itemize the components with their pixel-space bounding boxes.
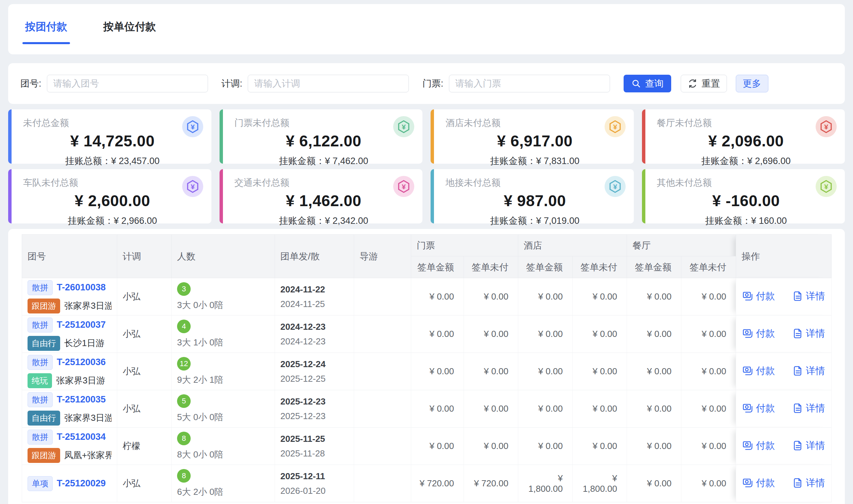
- ticket-signed-amount: ¥ 0.00: [411, 278, 464, 316]
- pay-button[interactable]: 付款: [742, 327, 775, 340]
- tab-pay-by-unit[interactable]: 按单位付款: [99, 20, 161, 44]
- document-icon: [793, 478, 803, 488]
- stat-card-subline: 挂账金额：¥ 7,831.00: [446, 155, 624, 167]
- stat-card: 未付总金额 ¥ ¥ 14,725.00 挂账总额：¥ 23,457.00: [8, 109, 211, 164]
- pay-button[interactable]: 付款: [742, 439, 775, 452]
- ticket-unpaid-amount: ¥ 720.00: [464, 465, 518, 502]
- col-hotel-signed: 签单金额: [518, 256, 573, 278]
- trip-category-tag: 自由行: [28, 411, 60, 426]
- ticket-signed-amount: ¥ 0.00: [411, 353, 464, 390]
- planner-input[interactable]: [248, 75, 409, 92]
- trip-category-tag: 跟团游: [28, 299, 60, 313]
- ticket-input[interactable]: [449, 75, 610, 92]
- team-no-link[interactable]: T-26010038: [57, 282, 106, 293]
- restaurant-signed-amount: ¥ 0.00: [627, 390, 681, 428]
- team-no-link[interactable]: T-25120035: [57, 394, 106, 405]
- filter-group-ticket: 门票:: [422, 75, 610, 92]
- trip-category-tag: 跟团游: [28, 448, 60, 463]
- detail-button[interactable]: 详情: [793, 327, 825, 340]
- col-restaurant-signed: 签单金额: [627, 256, 681, 278]
- pay-button[interactable]: 付款: [742, 476, 775, 489]
- restaurant-unpaid-amount: ¥ 0.00: [681, 353, 736, 390]
- team-no-link[interactable]: T-25120034: [57, 432, 106, 442]
- col-team-no: 团号: [22, 235, 117, 278]
- people-count-badge: 12: [177, 357, 191, 371]
- table-row: 散拼 T-26010038 跟团游 张家界3日游 小弘 3 3大 0小 0陪 2…: [22, 278, 832, 316]
- table-row: 散拼 T-25120034 跟团游 凤凰+张家界- 柠檬 8 8大 0小 0陪 …: [22, 428, 832, 465]
- ticket-signed-amount: ¥ 0.00: [411, 316, 464, 353]
- restaurant-unpaid-amount: ¥ 0.00: [681, 278, 736, 316]
- stat-card-amount: ¥ 6,122.00: [234, 132, 413, 150]
- ticket-label: 门票:: [422, 77, 443, 90]
- restaurant-signed-amount: ¥ 0.00: [627, 316, 681, 353]
- search-button[interactable]: 查询: [624, 75, 671, 92]
- stat-card-title: 餐厅未付总额: [657, 117, 836, 129]
- more-button[interactable]: 更多: [736, 75, 768, 92]
- tour-name: 张家界3日游: [64, 412, 111, 424]
- ticket-signed-amount: ¥ 720.00: [411, 465, 464, 502]
- yuan-coin-icon: ¥: [816, 116, 837, 137]
- filter-group-planner: 计调:: [222, 75, 409, 92]
- date-start: 2025-11-25: [280, 434, 348, 444]
- yuan-coin-icon: ¥: [393, 116, 414, 137]
- reset-button[interactable]: 重置: [681, 75, 727, 92]
- hotel-unpaid-amount: ¥ 0.00: [573, 278, 627, 316]
- stat-card-amount: ¥ 14,725.00: [23, 132, 202, 150]
- date-end: 2025-12-25: [280, 374, 348, 384]
- document-icon: [793, 291, 803, 302]
- detail-button[interactable]: 详情: [793, 476, 825, 489]
- hotel-signed-amount: ¥ 1,800.00: [518, 465, 573, 502]
- trip-type-tag: 单项: [28, 476, 53, 491]
- tab-pay-by-group[interactable]: 按团付款: [20, 20, 72, 44]
- date-end: 2024-12-23: [280, 336, 348, 347]
- hotel-unpaid-amount: ¥ 0.00: [573, 390, 627, 428]
- date-end: 2026-01-20: [280, 486, 348, 496]
- document-icon: [793, 328, 803, 339]
- pay-button[interactable]: 付款: [742, 290, 775, 303]
- group-col-restaurant: 餐厅: [627, 235, 736, 256]
- search-icon: [631, 78, 641, 89]
- restaurant-signed-amount: ¥ 0.00: [627, 428, 681, 465]
- team-no-link[interactable]: T-25120029: [57, 478, 106, 489]
- pay-button[interactable]: 付款: [742, 402, 775, 415]
- detail-button[interactable]: 详情: [793, 364, 825, 377]
- ticket-signed-amount: ¥ 0.00: [411, 390, 464, 428]
- hotel-signed-amount: ¥ 0.00: [518, 428, 573, 465]
- table-row: 散拼 T-25120035 自由行 张家界3日游 小弘 5 5大 0小 0陪 2…: [22, 390, 832, 428]
- stat-card-title: 酒店未付总额: [446, 117, 624, 129]
- planner-name: 小弘: [117, 390, 172, 428]
- team-no-link[interactable]: T-25120037: [57, 320, 106, 330]
- svg-text:¥: ¥: [402, 183, 406, 191]
- yuan-coin-icon: ¥: [816, 176, 837, 197]
- detail-button[interactable]: 详情: [793, 290, 825, 303]
- payment-icon: [742, 478, 753, 488]
- date-start: 2025-12-24: [280, 359, 348, 370]
- restaurant-unpaid-amount: ¥ 0.00: [681, 465, 736, 502]
- stat-card-amount: ¥ 2,600.00: [23, 192, 202, 210]
- stat-card-title: 其他未付总额: [657, 177, 836, 189]
- stat-card-subline: 挂账金额：¥ 160.00: [657, 215, 836, 227]
- guide-cell: [354, 428, 411, 465]
- detail-button[interactable]: 详情: [793, 439, 825, 452]
- detail-button[interactable]: 详情: [793, 402, 825, 415]
- people-count-badge: 3: [177, 282, 191, 296]
- trip-type-tag: 散拼: [28, 355, 53, 370]
- pay-button[interactable]: 付款: [742, 364, 775, 377]
- hotel-unpaid-amount: ¥ 1,800.00: [573, 465, 627, 502]
- date-start: 2025-12-11: [280, 471, 348, 482]
- payment-icon: [742, 328, 753, 339]
- team-no-link[interactable]: T-25120036: [57, 357, 106, 367]
- col-guide: 导游: [354, 235, 411, 278]
- team-no-input[interactable]: [47, 75, 208, 92]
- yuan-coin-icon: ¥: [393, 176, 414, 197]
- planner-label: 计调:: [222, 77, 243, 90]
- guide-cell: [354, 353, 411, 390]
- stat-card-subline: 挂账金额：¥ 7,019.00: [446, 215, 624, 227]
- col-planner: 计调: [117, 235, 172, 278]
- people-count-detail: 9大 2小 1陪: [177, 374, 269, 386]
- trip-type-tag: 散拼: [28, 318, 53, 332]
- restaurant-unpaid-amount: ¥ 0.00: [681, 390, 736, 428]
- table-card: 团号 计调 人数 团单发/散 导游 门票 酒店 餐厅 操作 签单金额 签单未付 …: [8, 229, 845, 504]
- people-count-detail: 8大 0小 0陪: [177, 449, 269, 461]
- people-count-badge: 8: [177, 469, 191, 483]
